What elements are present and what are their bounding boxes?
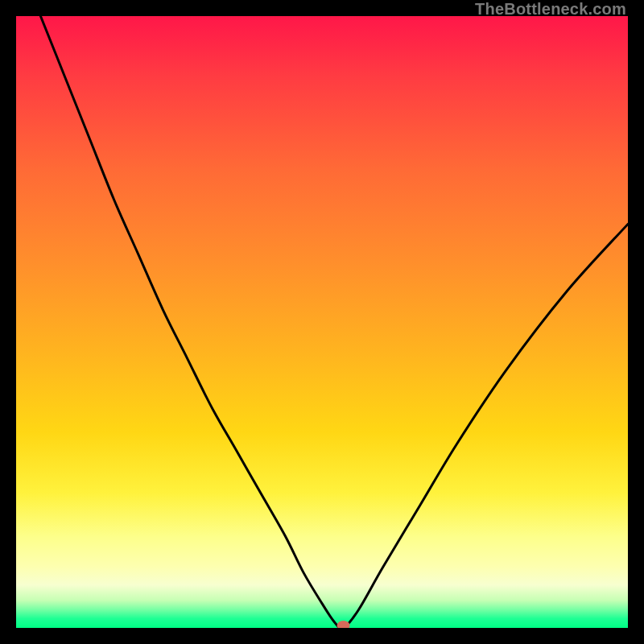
curve-svg [16,16,628,628]
plot-area [16,16,628,628]
chart-frame: TheBottleneck.com [0,0,644,644]
minimum-marker [337,621,350,628]
bottleneck-curve [40,16,628,628]
